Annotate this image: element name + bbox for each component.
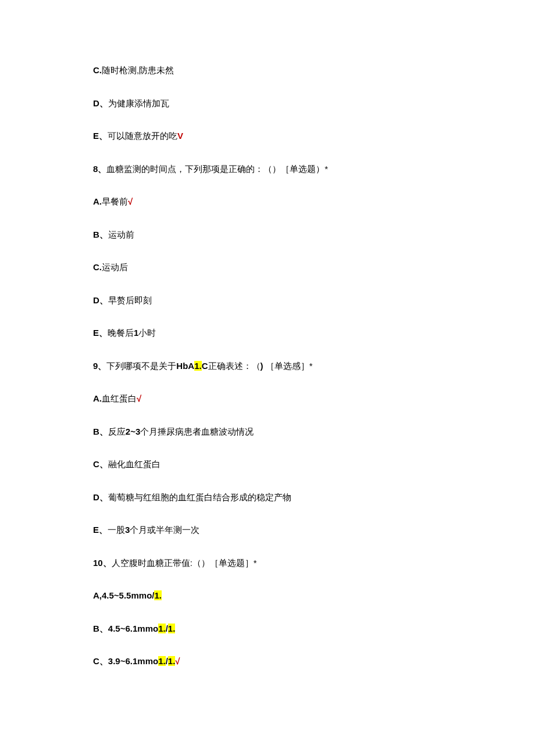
document-line: D、为健康添情加瓦 xyxy=(93,97,442,110)
document-line: D、早赘后即刻 xyxy=(93,294,442,307)
document-line: A.早餐前√ xyxy=(93,195,442,209)
document-line: C.随时枪测,防患未然 xyxy=(93,64,442,77)
document-line: C.运动后 xyxy=(93,261,442,274)
document-line: B、反应2~3个月捶尿病患者血糖波动情况 xyxy=(93,425,442,439)
document-line: A.血红蛋白√ xyxy=(93,392,442,406)
document-line: B、4.5~6.1mmo1./1. xyxy=(93,622,442,636)
document-line: E、可以随意放开的吃V xyxy=(93,130,442,143)
document-line: 9、下列哪项不是关于HbA1.C正确表述：（) ［单选感］* xyxy=(93,360,442,373)
document-line: A,4.5~5.5mmo/1. xyxy=(93,589,442,603)
document-line: D、葡萄糖与红组胞的血红蛋白结合形成的稳定产物 xyxy=(93,491,442,504)
document-line: B、运动前 xyxy=(93,228,442,242)
document-line: 10、人空腹时血糖正带值:（）［单选题］* xyxy=(93,557,442,570)
document-line: 8、血糖监测的时间点，下列那项是正确的：（）［单选题）* xyxy=(93,163,442,176)
document-line: C、3.9~6.1mmo1./1.√ xyxy=(93,655,442,668)
document-line: E、晚餐后1小时 xyxy=(93,327,442,340)
document-line: E、一股3个月或半年测一次 xyxy=(93,524,442,537)
document-line: C、融化血红蛋白 xyxy=(93,458,442,471)
